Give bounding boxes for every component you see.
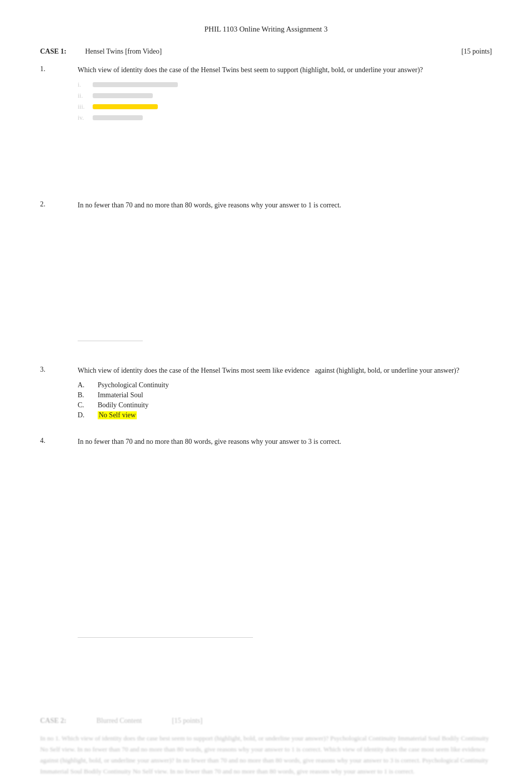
- case2-section: CASE 2: Blurred Content [15 points] In n…: [40, 707, 492, 777]
- option-1i: i.: [78, 81, 492, 89]
- question-4-content: In no fewer than 70 and no more than 80 …: [78, 436, 492, 452]
- question-3-options: A. Psychological Continuity B. Immateria…: [78, 381, 492, 419]
- case2-title: Blurred Content: [97, 717, 142, 725]
- question-2-text: In no fewer than 70 and no more than 80 …: [78, 200, 492, 211]
- spacer-after-q4-b: [40, 528, 492, 588]
- spacer-after-q4-c: [40, 588, 492, 628]
- option-3a: A. Psychological Continuity: [78, 381, 492, 389]
- case2-body: In no 1. Which view of identity does the…: [40, 733, 492, 777]
- option-1ii: ii.: [78, 92, 492, 100]
- page: PHIL 1103 Online Writing Assignment 3 CA…: [0, 0, 532, 782]
- page-title: PHIL 1103 Online Writing Assignment 3: [40, 25, 492, 34]
- question-3-block: 3. Which view of identity does the case …: [40, 365, 492, 421]
- spacer-after-q2-a: [40, 231, 492, 292]
- case1-header: CASE 1: Hensel Twins [from Video] [15 po…: [40, 48, 492, 56]
- case2-points: [15 points]: [172, 717, 202, 725]
- option-3b-text: Immaterial Soul: [98, 391, 143, 399]
- case1-title: Hensel Twins [from Video]: [85, 48, 461, 56]
- option-3c: C. Bodily Continuity: [78, 401, 492, 409]
- case2-label: CASE 2:: [40, 717, 67, 725]
- question-1-options: i. ii. iii. iv.: [78, 81, 492, 122]
- case1-points: [15 points]: [461, 48, 492, 56]
- option-3a-text: Psychological Continuity: [98, 381, 169, 389]
- option-3d: D. No Self view: [78, 411, 492, 419]
- option-3d-text: No Self view: [98, 411, 137, 419]
- option-3c-text: Bodily Continuity: [98, 401, 149, 409]
- question-3-text: Which view of identity does the case of …: [78, 365, 492, 376]
- question-3-content: Which view of identity does the case of …: [78, 365, 492, 421]
- case2-header: CASE 2: Blurred Content [15 points]: [40, 717, 492, 725]
- question-1-text: Which view of identity does the case of …: [78, 65, 492, 76]
- question-1-number: 1.: [40, 65, 78, 73]
- option-1iii-highlighted: iii.: [78, 103, 492, 111]
- case1-label: CASE 1:: [40, 48, 85, 56]
- option-3b: B. Immaterial Soul: [78, 391, 492, 399]
- question-4-number: 4.: [40, 436, 78, 445]
- question-2-number: 2.: [40, 200, 78, 208]
- question-1-block: 1. Which view of identity does the case …: [40, 65, 492, 125]
- spacer-divider: [40, 350, 492, 365]
- question-3-number: 3.: [40, 365, 78, 374]
- question-1-content: Which view of identity does the case of …: [78, 65, 492, 125]
- question-2-content: In no fewer than 70 and no more than 80 …: [78, 200, 492, 216]
- spacer-after-q2-b: [40, 292, 492, 332]
- option-1iv: iv.: [78, 114, 492, 122]
- question-2-block: 2. In no fewer than 70 and no more than …: [40, 200, 492, 216]
- spacer-after-q4-a: [40, 468, 492, 528]
- divider-2: [78, 637, 253, 638]
- divider-1: [78, 341, 143, 341]
- spacer-after-q1: [40, 140, 492, 200]
- question-4-block: 4. In no fewer than 70 and no more than …: [40, 436, 492, 452]
- question-4-text: In no fewer than 70 and no more than 80 …: [78, 436, 492, 447]
- spacer-before-case2: [40, 647, 492, 677]
